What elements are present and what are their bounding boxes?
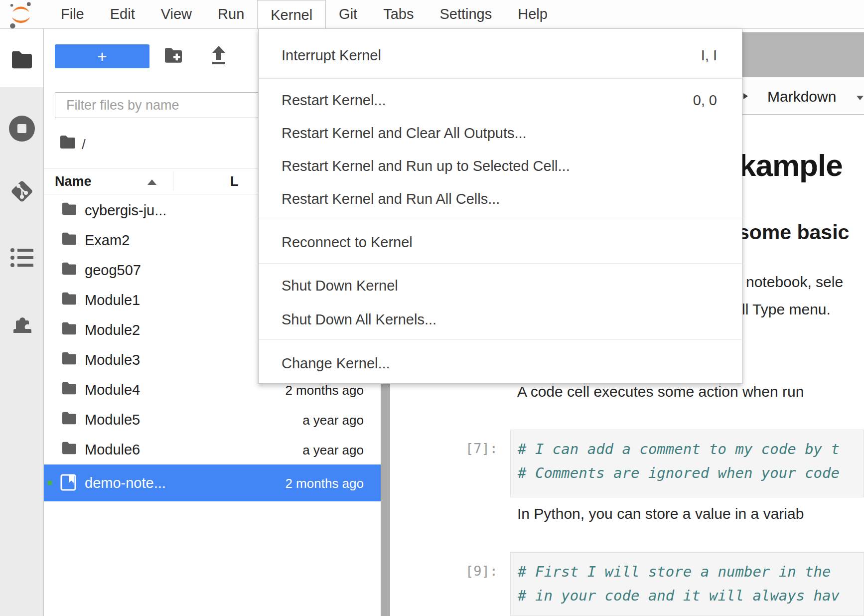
code-comment: # Comments are ignored when your code (518, 461, 864, 485)
running-kernels-icon[interactable] (8, 115, 36, 145)
notebook-subheading-fragment: some basic (738, 221, 849, 244)
menu-item-interrupt-kernel[interactable]: Interrupt Kernel I, I (259, 39, 742, 71)
menu-item-label: Change Kernel... (282, 355, 390, 371)
menu-edit[interactable]: Edit (97, 0, 148, 28)
menu-view[interactable]: View (148, 0, 205, 28)
menu-bar: File Edit View Run Kernel Git Tabs Setti… (0, 0, 864, 29)
markdown-paragraph: In Python, you can store a value in a va… (517, 505, 804, 522)
code-comment: # First I will store a number in the (518, 560, 864, 584)
menu-help[interactable]: Help (505, 0, 561, 28)
file-name: Module5 (85, 412, 140, 428)
markdown-text-fragment: notebook, sele (746, 274, 843, 291)
cell-prompt: [7]: (465, 441, 498, 456)
menu-item-label: Restart Kernel and Clear All Outputs... (282, 125, 527, 141)
file-name: Module1 (85, 292, 140, 308)
file-row-selected[interactable]: demo-note... 2 months ago (44, 464, 381, 501)
activity-sidebar (0, 29, 44, 616)
menu-item-label: Restart Kernel... (282, 92, 386, 108)
chevron-down-icon (857, 96, 864, 100)
menu-item-label: Shut Down Kernel (282, 278, 398, 294)
menu-item-label: Reconnect to Kernel (282, 234, 413, 250)
folder-icon (61, 411, 78, 427)
breadcrumb[interactable]: / (82, 137, 86, 153)
code-comment: # in your code and it will always hav (518, 584, 864, 608)
menu-git[interactable]: Git (326, 0, 370, 28)
git-icon[interactable] (8, 177, 36, 207)
file-modified: 2 months ago (285, 476, 364, 491)
folder-icon (61, 321, 78, 337)
menu-item-change-kernel[interactable]: Change Kernel... (259, 347, 742, 379)
breadcrumb-folder-icon[interactable] (59, 135, 77, 152)
toolbar-run-icon[interactable] (743, 93, 748, 99)
code-cell[interactable]: # First I will store a number in the # i… (510, 552, 864, 616)
folder-icon (61, 232, 78, 248)
markdown-paragraph: A code cell executes some action when ru… (517, 383, 804, 400)
file-name: geog507 (85, 262, 141, 279)
file-row[interactable]: Module5 a year ago (44, 405, 381, 435)
menu-item-reconnect-kernel[interactable]: Reconnect to Kernel (259, 226, 742, 258)
file-name: Module6 (85, 442, 140, 458)
sort-ascending-icon[interactable] (147, 179, 156, 185)
notebook-icon (60, 473, 77, 493)
folder-icon (61, 351, 78, 367)
sidebar-background (0, 87, 43, 616)
menu-item-restart-run-all[interactable]: Restart Kernel and Run All Cells... (259, 183, 742, 215)
menu-item-label: Shut Down All Kernels... (282, 311, 436, 327)
column-last-modified[interactable]: L (230, 174, 239, 189)
menu-kernel[interactable]: Kernel (257, 0, 326, 29)
menu-file[interactable]: File (48, 0, 97, 28)
file-name: Exam2 (85, 232, 130, 249)
file-name: Module4 (85, 382, 140, 398)
new-launcher-button[interactable]: + (55, 44, 149, 68)
menu-tabs[interactable]: Tabs (370, 0, 427, 28)
menu-separator (259, 78, 742, 79)
menu-settings[interactable]: Settings (427, 0, 505, 28)
menu-item-shortcut: I, I (701, 39, 717, 71)
file-name: cybergis-ju... (85, 202, 166, 219)
menu-item-restart-clear-outputs[interactable]: Restart Kernel and Clear All Outputs... (259, 117, 742, 149)
menu-item-restart-kernel[interactable]: Restart Kernel... 0, 0 (259, 84, 742, 116)
upload-icon[interactable] (209, 45, 228, 68)
jupyter-logo (7, 1, 35, 31)
kernel-menu-dropdown: Interrupt Kernel I, I Restart Kernel... … (258, 28, 742, 384)
file-name: Module2 (85, 322, 140, 338)
code-comment: # I can add a comment to my code by t (518, 437, 864, 461)
file-row[interactable]: Module6 a year ago (44, 435, 381, 464)
code-cell[interactable]: # I can add a comment to my code by t # … (510, 430, 864, 497)
menu-item-shortcut: 0, 0 (693, 84, 717, 116)
menu-item-shutdown-kernel[interactable]: Shut Down Kernel (259, 270, 742, 302)
cell-type-dropdown[interactable]: Markdown (767, 88, 836, 105)
menu-item-label: Restart Kernel and Run All Cells... (282, 191, 500, 207)
menu-item-label: Interrupt Kernel (282, 47, 381, 63)
file-modified: a year ago (302, 443, 364, 458)
folder-icon (61, 262, 78, 278)
notebook-title-fragment: kample (739, 148, 843, 183)
menu-separator (259, 339, 742, 340)
menu-item-label: Restart Kernel and Run up to Selected Ce… (282, 158, 570, 174)
file-name: demo-note... (85, 475, 166, 491)
folder-icon (61, 381, 78, 397)
puzzle-icon[interactable] (9, 307, 35, 335)
menu-item-shutdown-all-kernels[interactable]: Shut Down All Kernels... (259, 304, 742, 335)
file-modified: 2 months ago (285, 383, 364, 398)
column-name[interactable]: Name (55, 174, 92, 189)
menu-item-restart-run-to-selected[interactable]: Restart Kernel and Run up to Selected Ce… (259, 150, 742, 182)
folder-icon (61, 202, 78, 218)
running-indicator-dot (47, 480, 52, 485)
menu-run[interactable]: Run (205, 0, 257, 28)
table-of-contents-icon[interactable] (9, 246, 34, 271)
new-folder-icon[interactable] (163, 47, 183, 66)
file-modified: a year ago (302, 413, 364, 428)
column-divider (173, 171, 173, 191)
file-browser-icon[interactable] (10, 50, 33, 72)
jupyterlab-window: kample some basic notebook, sele ll Type… (0, 0, 864, 616)
folder-icon (61, 441, 78, 457)
folder-icon (61, 292, 78, 308)
file-name: Module3 (85, 352, 140, 368)
markdown-text-fragment: ll Type menu. (742, 301, 831, 318)
menu-separator (259, 263, 742, 264)
menu-separator (259, 219, 742, 219)
cell-prompt: [9]: (465, 563, 498, 579)
